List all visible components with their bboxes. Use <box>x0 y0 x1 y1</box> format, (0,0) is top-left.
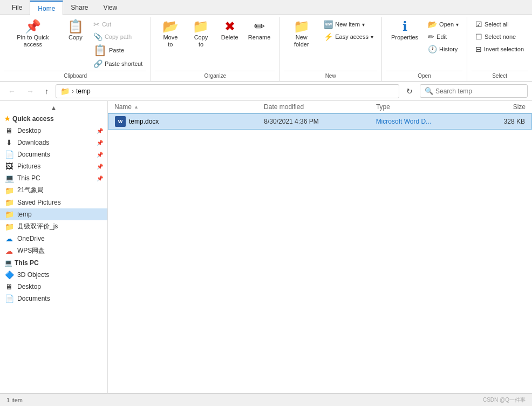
copy-label: Copy <box>69 34 83 41</box>
sidebar-item-onedrive[interactable]: ☁ OneDrive <box>0 233 107 245</box>
cut-button[interactable]: ✂ Cut <box>90 18 146 30</box>
address-path[interactable]: 📁 › temp <box>56 84 399 98</box>
delete-button[interactable]: ✖ Delete <box>217 17 243 44</box>
ribbon-tabs: File Home Share View <box>0 0 532 15</box>
documents2-icon: 📄 <box>4 294 14 303</box>
sidebar-item-wps[interactable]: ☁ WPS网盘 <box>0 245 107 257</box>
history-button[interactable]: 🕐 History <box>424 43 462 55</box>
onedrive-icon: ☁ <box>4 234 14 243</box>
select-all-label: Select all <box>485 21 509 28</box>
copy-path-button[interactable]: 📎 Copy path <box>90 31 146 43</box>
paste-button[interactable]: 📋 Paste <box>90 43 146 57</box>
ribbon-group-select: ☑ Select all ☐ Select none ⊟ Invert sele… <box>467 17 532 81</box>
move-to-icon: 📂 <box>162 20 179 33</box>
tab-view[interactable]: View <box>96 0 125 15</box>
new-item-button[interactable]: 🆕 New item ▾ <box>320 18 377 30</box>
sidebar-item-3dobjects[interactable]: 🔷 3D Objects <box>0 269 107 281</box>
paste-icon: 📋 <box>93 45 107 56</box>
copy-icon: 📋 <box>67 20 84 33</box>
sidebar-item-qixiangju[interactable]: 📁 21气象局 <box>0 184 107 197</box>
file-type-cell: Microsoft Word D... <box>376 118 466 125</box>
rename-button[interactable]: ✏ Rename <box>244 17 275 44</box>
open-button[interactable]: 📂 Open ▾ <box>424 18 462 30</box>
quick-access-label: Quick access <box>12 115 54 123</box>
column-name-label: Name <box>114 103 132 111</box>
ribbon: 📌 Pin to Quick access 📋 Copy ✂ Cut 📎 Cop… <box>0 15 532 82</box>
pictures-icon: 🖼 <box>4 162 14 171</box>
address-path-text: temp <box>76 87 91 95</box>
copy-button[interactable]: 📋 Copy <box>63 17 88 44</box>
sidebar-item-thispc-quick[interactable]: 💻 This PC 📌 <box>0 172 107 184</box>
search-input[interactable] <box>435 87 523 95</box>
qixiangju-icon: 📁 <box>4 186 14 195</box>
back-button[interactable]: ← <box>4 85 19 98</box>
properties-button[interactable]: ℹ Properties <box>386 17 423 44</box>
new-item-label: New item <box>335 21 360 28</box>
pin-to-quick-button[interactable]: 📌 Pin to Quick access <box>4 17 62 51</box>
address-chevron: › <box>72 87 74 95</box>
sidebar-desktop2-label: Desktop <box>17 283 41 290</box>
sidebar-item-downloads[interactable]: ⬇ Downloads 📌 <box>0 137 107 148</box>
sidebar-temp-label: temp <box>17 211 32 218</box>
file-name-cell: W temp.docx <box>115 116 264 127</box>
sidebar-shuangpingjia-label: 县级双评价_js <box>17 222 58 231</box>
column-name[interactable]: Name ▲ <box>114 103 264 111</box>
sidebar-item-documents[interactable]: 📄 Documents 📌 <box>0 148 107 160</box>
sidebar-saved-pictures-label: Saved Pictures <box>17 199 61 206</box>
shuangpingjia-icon: 📁 <box>4 222 14 231</box>
tab-home[interactable]: Home <box>30 1 63 15</box>
ribbon-group-clipboard: 📌 Pin to Quick access 📋 Copy ✂ Cut 📎 Cop… <box>0 17 151 81</box>
move-to-button[interactable]: 📂 Move to <box>155 17 185 51</box>
file-size-cell: 328 KB <box>465 118 525 125</box>
new-group-label: New <box>284 71 377 81</box>
edit-button[interactable]: ✏ Edit <box>424 31 462 43</box>
column-size[interactable]: Size <box>466 103 526 111</box>
sidebar-downloads-label: Downloads <box>17 139 49 146</box>
sidebar-documents-label: Documents <box>17 151 50 158</box>
thispc-quick-icon: 💻 <box>4 174 14 182</box>
search-box[interactable]: 🔍 <box>420 84 528 98</box>
paste-shortcut-button[interactable]: 🔗 Paste shortcut <box>90 58 146 70</box>
sidebar-item-documents2[interactable]: 📄 Documents <box>0 293 107 304</box>
sidebar-item-temp[interactable]: 📁 temp <box>0 208 107 220</box>
column-type-label: Type <box>376 103 390 111</box>
temp-folder-icon: 📁 <box>4 210 14 219</box>
paste-label: Paste <box>109 47 124 53</box>
forward-button[interactable]: → <box>23 85 38 98</box>
sidebar-3dobjects-label: 3D Objects <box>17 271 49 279</box>
easy-access-button[interactable]: ⚡ Easy access ▾ <box>320 31 377 43</box>
star-icon: ★ <box>4 115 10 123</box>
new-folder-label: New folder <box>289 34 314 48</box>
refresh-button[interactable]: ↻ <box>403 85 417 98</box>
column-date[interactable]: Date modified <box>264 103 376 111</box>
sidebar-thispc-header[interactable]: 💻 This PC <box>0 257 107 269</box>
sidebar-scroll-up[interactable]: ▲ <box>0 103 107 113</box>
sidebar-item-saved-pictures[interactable]: 📁 Saved Pictures <box>0 197 107 208</box>
sidebar-item-shuangpingjia[interactable]: 📁 县级双评价_js <box>0 220 107 233</box>
sidebar-item-desktop[interactable]: 🖥 Desktop 📌 <box>0 125 107 137</box>
delete-icon: ✖ <box>224 20 235 33</box>
column-type[interactable]: Type <box>376 103 466 111</box>
sort-arrow: ▲ <box>134 104 139 110</box>
filelist-header[interactable]: Name ▲ Date modified Type Size <box>108 101 532 113</box>
properties-icon: ℹ <box>403 20 407 33</box>
folder-icon: 📁 <box>60 87 70 96</box>
new-folder-button[interactable]: 📁 New folder <box>284 17 319 51</box>
sidebar-item-pictures[interactable]: 🖼 Pictures 📌 <box>0 160 107 172</box>
column-date-label: Date modified <box>264 103 304 111</box>
select-none-button[interactable]: ☐ Select none <box>472 31 528 43</box>
delete-label: Delete <box>221 34 238 41</box>
select-all-button[interactable]: ☑ Select all <box>472 18 528 30</box>
sidebar-quick-access-header[interactable]: ★ Quick access <box>0 113 107 125</box>
tab-file[interactable]: File <box>4 0 30 15</box>
table-row[interactable]: W temp.docx 8/30/2021 4:36 PM Microsoft … <box>108 113 532 130</box>
copy-to-button[interactable]: 📁 Copy to <box>186 17 215 51</box>
tab-share[interactable]: Share <box>63 0 96 15</box>
new-folder-icon: 📁 <box>294 20 310 33</box>
up-button[interactable]: ↑ <box>41 85 52 98</box>
file-date: 8/30/2021 4:36 PM <box>264 118 318 125</box>
sidebar-item-desktop2[interactable]: 🖥 Desktop <box>0 281 107 293</box>
sidebar-onedrive-label: OneDrive <box>17 235 45 242</box>
file-size: 328 KB <box>504 118 525 125</box>
invert-selection-button[interactable]: ⊟ Invert selection <box>472 43 528 55</box>
